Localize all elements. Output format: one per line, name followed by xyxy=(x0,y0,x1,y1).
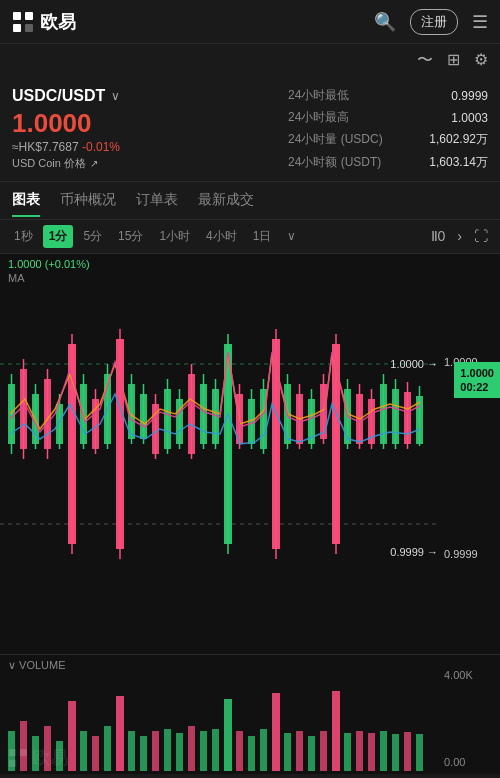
svg-rect-100 xyxy=(296,731,303,771)
stat-row-vol-usdt: 24小时额 (USDT) 1,603.14万 xyxy=(288,154,488,171)
svg-rect-0 xyxy=(13,12,21,20)
tab-orderbook[interactable]: 订单表 xyxy=(136,183,178,217)
svg-rect-92 xyxy=(200,731,207,771)
tabs-bar: 图表 币种概况 订单表 最新成交 xyxy=(0,182,500,220)
stat-label-low: 24小时最低 xyxy=(288,87,349,104)
chart-container: 1.0000 (+0.01%) MA xyxy=(0,254,500,654)
interval-1m[interactable]: 1分 xyxy=(43,225,74,248)
stat-label-vol-usdt: 24小时额 (USDT) xyxy=(288,154,381,171)
price-section: USDC/USDT ∨ 1.0000 ≈HK$7.7687 -0.01% USD… xyxy=(0,77,500,182)
next-icon[interactable]: › xyxy=(453,226,466,246)
svg-rect-83 xyxy=(92,736,99,771)
logo-text: 欧易 xyxy=(40,10,76,34)
stat-value-high: 1.0003 xyxy=(451,111,488,125)
price-left: USDC/USDT ∨ 1.0000 ≈HK$7.7687 -0.01% USD… xyxy=(12,87,272,171)
stat-value-low: 0.9999 xyxy=(451,89,488,103)
svg-rect-107 xyxy=(380,731,387,771)
pair-dropdown-icon[interactable]: ∨ xyxy=(111,89,120,103)
svg-rect-88 xyxy=(152,731,159,771)
usd-label: USD Coin 价格 ↗ xyxy=(12,156,272,171)
candle-icon[interactable]: Ⅱ0 xyxy=(427,226,450,246)
svg-rect-111 xyxy=(9,749,16,756)
svg-rect-2 xyxy=(13,24,21,32)
tab-chart[interactable]: 图表 xyxy=(12,183,40,217)
fullscreen-icon[interactable]: ⛶ xyxy=(470,226,492,246)
svg-rect-99 xyxy=(284,733,291,771)
svg-rect-110 xyxy=(416,734,423,771)
search-icon[interactable]: 🔍 xyxy=(374,11,396,33)
stat-label-vol-usdc: 24小时量 (USDC) xyxy=(288,131,383,148)
pair-row: USDC/USDT ∨ xyxy=(12,87,272,105)
logo-icon xyxy=(12,11,34,33)
current-price-time: 00:22 xyxy=(460,380,494,394)
volume-section: ∨ VOLUME xyxy=(0,654,500,774)
svg-rect-98 xyxy=(272,693,280,771)
svg-rect-94 xyxy=(224,699,232,771)
tab-coin-info[interactable]: 币种概况 xyxy=(60,183,116,217)
header: 欧易 🔍 注册 ☰ xyxy=(0,0,500,44)
current-price-badge: 1.0000 00:22 xyxy=(454,362,500,399)
stat-row-vol-usdc: 24小时量 (USDC) 1,602.92万 xyxy=(288,131,488,148)
trading-pair[interactable]: USDC/USDT xyxy=(12,87,105,105)
svg-rect-82 xyxy=(80,731,87,771)
svg-rect-108 xyxy=(392,734,399,771)
external-link-icon[interactable]: ↗ xyxy=(90,158,98,169)
candlestick-chart xyxy=(0,284,440,604)
svg-rect-97 xyxy=(260,729,267,771)
header-right: 🔍 注册 ☰ xyxy=(374,9,488,35)
svg-rect-106 xyxy=(368,733,375,771)
current-price-value: 1.0000 xyxy=(460,366,494,380)
svg-rect-96 xyxy=(248,736,255,771)
interval-5m[interactable]: 5分 xyxy=(77,225,108,248)
svg-rect-89 xyxy=(164,729,171,771)
stat-value-vol-usdt: 1,603.14万 xyxy=(429,154,488,171)
svg-rect-105 xyxy=(356,731,363,771)
svg-rect-104 xyxy=(344,733,351,771)
svg-rect-1 xyxy=(25,12,33,20)
interval-bar: 1秒 1分 5分 15分 1小时 4小时 1日 ∨ Ⅱ0 › ⛶ xyxy=(0,220,500,254)
interval-dropdown[interactable]: ∨ xyxy=(281,226,302,246)
stat-row-low: 24小时最低 0.9999 xyxy=(288,87,488,104)
svg-rect-91 xyxy=(188,726,195,771)
svg-rect-113 xyxy=(9,759,16,766)
interval-4h[interactable]: 4小时 xyxy=(200,225,243,248)
hk-price: ≈HK$7.7687 -0.01% xyxy=(12,140,272,154)
watermark-text: 欧易 xyxy=(32,746,68,770)
svg-rect-84 xyxy=(104,726,111,771)
chart-price-indicator: 1.0000 (+0.01%) xyxy=(8,258,90,270)
grid-icon[interactable]: ⊞ xyxy=(447,50,460,71)
svg-rect-85 xyxy=(116,696,124,771)
svg-rect-103 xyxy=(332,691,340,771)
register-button[interactable]: 注册 xyxy=(410,9,458,35)
top-price-line-label: 1.0000 → xyxy=(390,358,438,370)
vol-label-low: 0.00 xyxy=(444,756,496,768)
watermark-logo-icon xyxy=(8,748,28,768)
right-label-bottom: 0.9999 xyxy=(440,548,500,560)
interval-1d[interactable]: 1日 xyxy=(247,225,278,248)
tab-recent-trades[interactable]: 最新成交 xyxy=(198,183,254,217)
svg-rect-87 xyxy=(140,736,147,771)
price-change: -0.01% xyxy=(82,140,120,154)
interval-1s[interactable]: 1秒 xyxy=(8,225,39,248)
logo-area: 欧易 xyxy=(12,10,76,34)
svg-rect-90 xyxy=(176,733,183,771)
stat-value-vol-usdc: 1,602.92万 xyxy=(429,131,488,148)
chart-line-icon[interactable]: 〜 xyxy=(417,50,433,71)
chart-ma-label: MA xyxy=(8,272,25,284)
volume-label: ∨ VOLUME xyxy=(8,659,66,672)
bottom-price-line-label: 0.9999 → xyxy=(390,546,438,558)
vol-label-high: 4.00K xyxy=(444,669,496,681)
interval-15m[interactable]: 15分 xyxy=(112,225,149,248)
svg-rect-93 xyxy=(212,729,219,771)
menu-icon[interactable]: ☰ xyxy=(472,11,488,33)
svg-rect-112 xyxy=(20,749,27,756)
settings-icon[interactable]: ⚙ xyxy=(474,50,488,71)
svg-rect-81 xyxy=(68,701,76,771)
svg-rect-86 xyxy=(128,731,135,771)
svg-rect-3 xyxy=(25,24,33,32)
icon-row: 〜 ⊞ ⚙ xyxy=(0,44,500,77)
interval-1h[interactable]: 1小时 xyxy=(153,225,196,248)
stat-label-high: 24小时最高 xyxy=(288,109,349,126)
volume-right-labels: 4.00K 0.00 xyxy=(440,655,500,774)
main-price: 1.0000 xyxy=(12,109,272,138)
